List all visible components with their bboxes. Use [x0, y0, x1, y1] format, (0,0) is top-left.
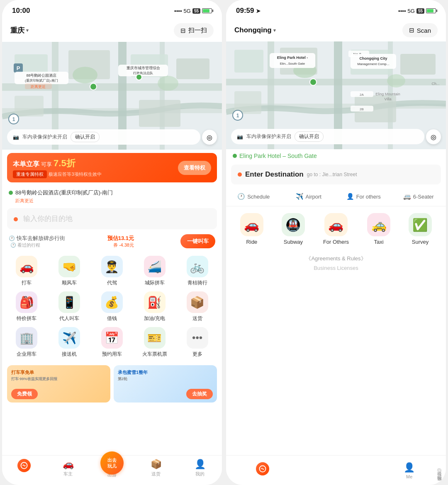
nav-item-me-left[interactable]: 👤 我的	[178, 459, 222, 477]
service-icon-loan: 💰	[101, 291, 123, 313]
service-subway-right[interactable]: 🚇 Subway	[282, 213, 305, 245]
nav-item-didi-right[interactable]	[226, 459, 299, 475]
svg-point-59	[310, 79, 317, 85]
svg-rect-10	[15, 96, 44, 116]
service-fuel[interactable]: ⛽ 加油/充电	[135, 291, 174, 322]
service-airport[interactable]: ✈️ 接送机	[50, 327, 89, 358]
service-label-tickets: 火车票机票	[142, 351, 167, 358]
service-driver[interactable]: 👨‍✈️ 代驾	[93, 256, 132, 286]
map-area-right[interactable]: 1 No 8... Eling Park Hotel - Elin...Sout…	[226, 41, 446, 149]
service-reserve[interactable]: 📅 预约用车	[93, 327, 132, 358]
business-license[interactable]: Business Licenses	[233, 265, 439, 271]
service-carpool[interactable]: 🤜 顺风车	[50, 256, 89, 286]
service-icon-ride-right: 🚗	[240, 213, 263, 236]
svg-text:行政执法总队: 行政执法总队	[133, 71, 153, 75]
nav-item-me-right[interactable]: 👤 Me	[373, 459, 446, 479]
didi-icon	[20, 462, 28, 469]
nav-item-didi[interactable]	[2, 459, 46, 472]
promo-view-btn[interactable]: 查看特权	[178, 161, 211, 175]
service-icon-intercity: 🚄	[144, 256, 166, 277]
from-location-right: Eling Park Hotel – South Gate	[226, 149, 446, 162]
nav-me-icon-left: 👤	[195, 459, 206, 470]
service-label-more: 更多	[192, 351, 202, 358]
service-label-ride-right: Ride	[246, 239, 258, 245]
nav-item-play[interactable]: 出去玩儿 出游	[90, 459, 134, 478]
nav-item-driver[interactable]: 🚗 车主	[46, 459, 90, 477]
service-label-taxi-right: Taxi	[374, 239, 383, 245]
location-button-left[interactable]: 重庆 ▾	[10, 26, 29, 35]
didi-icon-right	[259, 465, 266, 473]
promo-card-free[interactable]: 打车享免单打车·99%收益实现更多回报 免费领	[7, 365, 110, 403]
scan-button-right[interactable]: ⊟ Scan	[402, 23, 438, 37]
time-right: 09:59 ➤	[236, 7, 261, 15]
phone-right: 09:59 ➤ ▪▪▪▪ 5G 55 Chongqing ▾ ⊟ Scan	[226, 0, 446, 485]
dest-placeholder-left: 输入你的目的地	[23, 215, 73, 223]
confirm-cam-btn-left[interactable]: 确认开启	[71, 132, 100, 142]
svg-text:Ch...: Ch...	[431, 82, 439, 86]
location-button-right[interactable]: Chongqing ▾	[234, 26, 276, 34]
svg-text:Villa: Villa	[385, 97, 392, 101]
quick-trip-history: 🕐 看过的行程	[9, 242, 65, 248]
agreements-link[interactable]: 《Agreements & Rules》	[233, 255, 439, 262]
locate-button-left[interactable]: ◎	[202, 130, 217, 145]
service-icon-reserve: 📅	[101, 327, 123, 349]
svg-text:1: 1	[236, 113, 239, 119]
qa-airport[interactable]: ✈️ Airport	[281, 190, 336, 203]
location-arrow-left: ▾	[26, 28, 29, 33]
promo-banner-left[interactable]: 本单立享 可享 7.5折 重逢专属特权 极速应答等3项特权生效中 查看特权	[7, 153, 217, 182]
dest-input-right[interactable]: Enter Destination go to : Jie...trian St…	[231, 165, 441, 184]
from-dot	[9, 191, 13, 195]
from-name-left: 88号鹅岭公园酒店(重庆印制贰厂店)-南门	[15, 189, 113, 196]
svg-text:1: 1	[12, 116, 15, 122]
status-icons-right: ▪▪▪▪ 5G 55	[398, 8, 436, 14]
didi-logo-right	[256, 462, 269, 475]
qa-others[interactable]: 👤 For others	[336, 190, 391, 203]
svg-text:88号鹅岭公园酒店: 88号鹅岭公园酒店	[26, 73, 56, 78]
quick-actions-right: 🕐 Schedule ✈️ Airport 👤 For others 🚐 6-S…	[226, 188, 446, 206]
service-icon-fuel: ⛽	[144, 291, 166, 313]
service-ride-right[interactable]: 🚗 Ride	[240, 213, 263, 245]
service-survey-right[interactable]: ✅ Survey	[409, 213, 432, 245]
nav-center-text: 出去玩儿	[107, 457, 117, 469]
service-icon-bike: 🚲	[187, 256, 208, 277]
dest-input-left[interactable]: 输入你的目的地	[7, 208, 217, 229]
service-label-survey-right: Survey	[412, 239, 429, 245]
promo-card-right-btn[interactable]: 去抽奖	[186, 389, 213, 399]
service-icon-enterprise: 🏢	[16, 327, 37, 349]
scan-button-left[interactable]: ⊟ 扫一扫	[174, 23, 214, 38]
service-bike[interactable]: 🚲 青桔骑行	[178, 256, 217, 286]
service-ride[interactable]: 🚗 打车	[7, 256, 46, 286]
service-forothers-right[interactable]: 🚗 For Others	[323, 213, 349, 245]
status-icons-left: ▪▪▪▪ 5G 55	[174, 8, 212, 14]
service-loan[interactable]: 💰 借钱	[93, 291, 132, 322]
service-more[interactable]: ••• 更多	[178, 327, 217, 358]
app-header-left: 重庆 ▾ ⊟ 扫一扫	[2, 20, 222, 42]
quick-trip-left: 🕐 快车去解放碑步行街 🕐 看过的行程 预估13.1元 券 -4.38元 一键叫…	[2, 232, 222, 252]
locate-icon-left: ◎	[207, 133, 212, 141]
service-delegate[interactable]: 📱 代人叫车	[50, 291, 89, 322]
service-intercity[interactable]: 🚄 城际拼车	[135, 256, 174, 286]
service-label-delivery: 送货	[192, 315, 202, 322]
qa-schedule[interactable]: 🕐 Schedule	[226, 190, 281, 203]
service-icon-survey-right: ✅	[409, 213, 432, 236]
promo-card-draw[interactable]: 承包蜜雪1整年第2轮 去抽奖	[114, 365, 217, 403]
locate-button-right[interactable]: ◎	[426, 129, 441, 144]
qa-airport-label: Airport	[306, 194, 321, 200]
svg-point-25	[136, 74, 142, 80]
map-area-left[interactable]: P 1 88号鹅岭公园酒店 (重庆印制贰厂店)-南门 重庆市城市管理综合 行政执…	[2, 42, 222, 150]
svg-point-12	[73, 67, 97, 83]
service-budget[interactable]: 🎒 特价拼车	[7, 291, 46, 322]
nav-item-send[interactable]: 📦 送货	[134, 459, 178, 477]
qa-seater[interactable]: 🚐 6-Seater	[391, 190, 446, 203]
confirm-cam-btn-right[interactable]: 确认开启	[295, 131, 324, 142]
promo-card-left-btn[interactable]: 免费领	[11, 389, 38, 399]
svg-rect-11	[139, 100, 180, 127]
service-taxi-right[interactable]: 🚕 Taxi	[367, 213, 390, 245]
service-delivery[interactable]: 📦 送货	[178, 291, 217, 322]
service-enterprise[interactable]: 🏢 企业用车	[7, 327, 46, 358]
service-label-reserve: 预约用车	[102, 351, 122, 358]
call-btn-left[interactable]: 一键叫车	[180, 234, 215, 248]
signal-bars-left: ▪▪▪▪	[174, 8, 182, 14]
svg-text:Management Comp...: Management Comp...	[358, 62, 390, 66]
service-tickets[interactable]: 🎫 火车票机票	[135, 327, 174, 358]
